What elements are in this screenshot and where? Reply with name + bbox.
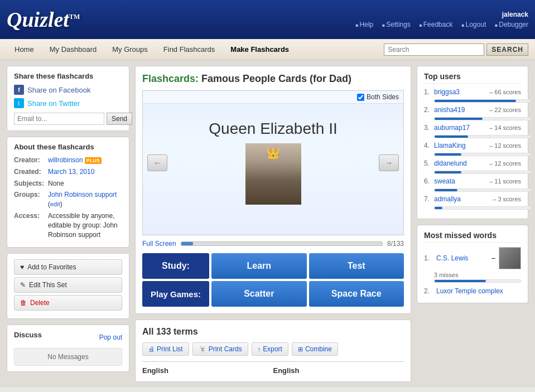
share-twitter-btn[interactable]: t Share on Twitter <box>14 98 122 108</box>
full-screen-link[interactable]: Full Screen <box>142 240 176 248</box>
top-user-6-link[interactable]: sweata <box>434 177 488 185</box>
progress-bar-bg <box>181 241 383 246</box>
share-facebook-btn[interactable]: f Share on Facebook <box>14 85 122 95</box>
search-button[interactable]: SEARCH <box>486 43 528 56</box>
groups-link[interactable]: John Robinson support <box>48 191 117 199</box>
test-button[interactable]: Test <box>309 253 404 279</box>
subjects-value: None <box>48 179 64 188</box>
search-input[interactable] <box>384 43 484 56</box>
created-date-link[interactable]: March 13, 2010 <box>48 168 94 176</box>
terms-actions: 🖨 Print List 🃏 Print Cards ↑ Export ⊞ Co… <box>142 342 404 356</box>
top-user-4-link[interactable]: LlamaKing <box>434 142 488 149</box>
subjects-label: Subjects: <box>14 179 45 188</box>
logo-text: Quizlet <box>7 8 69 31</box>
card-image <box>245 143 301 205</box>
terms-container: All 133 terms 🖨 Print List 🃏 Print Cards… <box>135 320 411 382</box>
access-label: Access: <box>14 211 45 239</box>
main-content: Share these flashcards f Share on Facebo… <box>0 60 535 388</box>
card-prev-button[interactable]: ← <box>147 154 167 171</box>
username-display: jalenack <box>356 11 528 18</box>
col-header-1: English <box>142 366 273 375</box>
top-user-row: 4. LlamaKing – 12 scores <box>424 142 521 156</box>
print-cards-button[interactable]: 🃏 Print Cards <box>192 342 248 356</box>
space-race-button[interactable]: Space Race <box>309 281 404 307</box>
print-list-button[interactable]: 🖨 Print List <box>142 342 189 356</box>
missed-words-box: Most missed words 1. C.S. Lewis – 3 miss… <box>417 225 528 303</box>
action-buttons-box: ♥ Add to Favorites ✎ Edit This Set 🗑 Del… <box>7 253 129 319</box>
card-text: Queen Elizabeth II <box>209 120 337 138</box>
trash-icon: 🗑 <box>20 299 27 307</box>
col-header-2: English <box>273 366 404 375</box>
top-user-1-link[interactable]: briggsa3 <box>434 88 488 96</box>
flashcard-label: Flashcards: <box>142 73 199 84</box>
feedback-link[interactable]: Feedback <box>420 21 453 28</box>
export-button[interactable]: ↑ Export <box>252 342 288 356</box>
card-content: Queen Elizabeth II <box>143 104 403 221</box>
flashcard-name: Famous People Cards (for Dad) <box>201 73 351 84</box>
study-label: Study: <box>142 253 209 279</box>
flashcard-title: Flashcards: Famous People Cards (for Dad… <box>142 73 404 85</box>
pop-out-link[interactable]: Pop out <box>99 333 122 341</box>
add-to-favorites-button[interactable]: ♥ Add to Favorites <box>14 259 122 275</box>
creator-label: Creator: <box>14 156 45 165</box>
nav-home[interactable]: Home <box>7 39 42 60</box>
missed-word-item-2: 2. Luxor Temple complex <box>424 287 521 295</box>
groups-label: Groups: <box>14 190 45 209</box>
email-input[interactable] <box>14 113 104 125</box>
header-right: jalenack Help Settings Feedback Logout D… <box>356 11 528 28</box>
progress-bar-fill <box>181 242 194 245</box>
top-user-7-link[interactable]: admallya <box>434 195 491 203</box>
discuss-box: Discuss Pop out No Messages <box>7 325 129 372</box>
card-count: 8/133 <box>387 240 404 248</box>
edit-set-button[interactable]: ✎ Edit This Set <box>14 277 122 293</box>
missed-word-item-1: 1. C.S. Lewis – 3 misses <box>424 247 521 283</box>
logo-tm: TM <box>69 13 80 21</box>
site-logo[interactable]: QuizletTM <box>7 7 80 32</box>
center-panel: Flashcards: Famous People Cards (for Dad… <box>135 66 411 382</box>
nav-make-flashcards[interactable]: Make Flashcards <box>223 39 297 60</box>
share-box: Share these flashcards f Share on Facebo… <box>7 66 129 131</box>
print-cards-icon: 🃏 <box>199 346 206 353</box>
top-user-2-link[interactable]: anisha419 <box>434 106 488 114</box>
created-value: March 13, 2010 <box>48 167 94 177</box>
debugger-link[interactable]: Debugger <box>495 21 528 28</box>
share-facebook-label: Share on Facebook <box>27 86 90 94</box>
missed-word-2-link[interactable]: Luxor Temple complex <box>436 287 521 295</box>
flashcard-container: Flashcards: Famous People Cards (for Dad… <box>135 66 411 314</box>
scatter-button[interactable]: Scatter <box>211 281 307 307</box>
both-sides-checkbox[interactable] <box>357 94 364 101</box>
groups-edit-link[interactable]: edit <box>50 201 60 207</box>
top-user-3-link[interactable]: auburnap17 <box>434 124 488 132</box>
combine-icon: ⊞ <box>298 346 303 353</box>
card-next-button[interactable]: → <box>379 154 399 171</box>
nav-groups[interactable]: My Groups <box>104 39 156 60</box>
header: QuizletTM jalenack Help Settings Feedbac… <box>0 0 535 39</box>
both-sides-control: Both Sides <box>357 93 399 101</box>
delete-button[interactable]: 🗑 Delete <box>14 295 122 311</box>
logout-link[interactable]: Logout <box>461 21 486 28</box>
combine-button[interactable]: ⊞ Combine <box>292 342 338 356</box>
no-messages: No Messages <box>14 348 122 366</box>
heart-icon: ♥ <box>20 263 24 271</box>
about-box: About these flashcards Creator: willrobi… <box>7 137 129 248</box>
email-share-row: Send <box>14 113 122 125</box>
settings-link[interactable]: Settings <box>382 21 410 28</box>
share-twitter-label: Share on Twitter <box>27 99 80 108</box>
help-link[interactable]: Help <box>356 21 374 28</box>
missed-word-1-image <box>499 247 521 269</box>
top-user-row: 5. dldanelund – 12 scores <box>424 159 521 174</box>
top-user-row: 2. anisha419 – 22 scores <box>424 106 521 120</box>
study-grid: Study: Learn Test <box>142 253 404 279</box>
top-user-5-link[interactable]: dldanelund <box>434 159 488 167</box>
missed-word-1-link[interactable]: C.S. Lewis <box>436 254 488 262</box>
learn-button[interactable]: Learn <box>211 253 307 279</box>
created-row: Created: March 13, 2010 <box>14 167 122 177</box>
navbar: Home My Dashboard My Groups Find Flashca… <box>0 39 535 60</box>
missed-word-1-count: 3 misses <box>434 272 521 278</box>
games-grid: Play Games: Scatter Space Race <box>142 281 404 307</box>
nav-find-flashcards[interactable]: Find Flashcards <box>156 39 223 60</box>
games-label: Play Games: <box>142 281 209 307</box>
creator-link[interactable]: willrobinson <box>48 156 83 164</box>
nav-dashboard[interactable]: My Dashboard <box>42 39 105 60</box>
send-button[interactable]: Send <box>107 113 132 125</box>
